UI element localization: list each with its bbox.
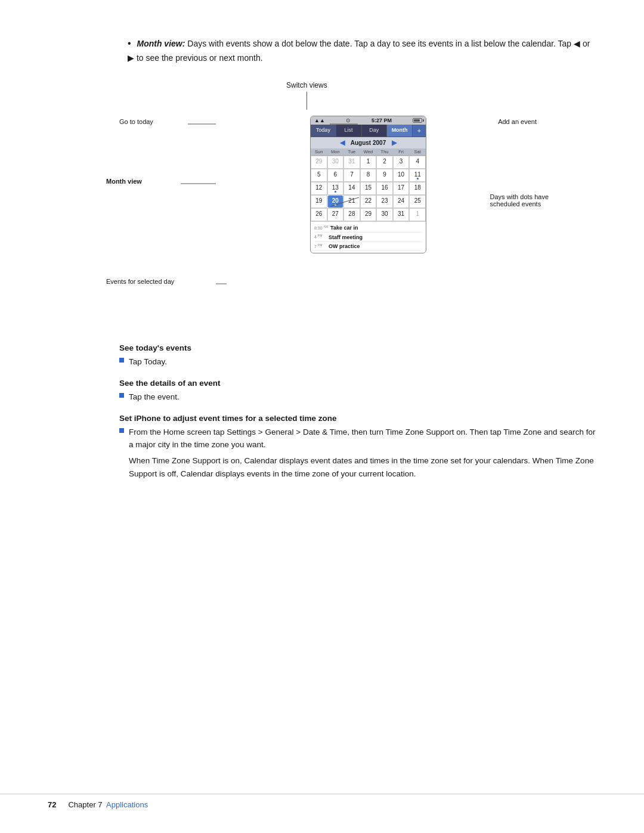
switch-views-label: Switch views — [286, 81, 327, 89]
body-text-timezone: When Time Zone Support is on, Calendar d… — [129, 454, 596, 480]
cal-cell[interactable]: 13 — [327, 182, 344, 195]
dow-mon: Mon — [327, 148, 344, 155]
event-row-1: 8:30 AM Take car in — [314, 224, 422, 233]
cal-cell[interactable]: 22 — [360, 195, 377, 208]
next-month-button[interactable]: ▶ — [392, 139, 397, 147]
cal-cell[interactable]: 7 — [343, 169, 360, 182]
cal-cell[interactable]: 30 — [376, 208, 393, 221]
event-time-3: 7 PM — [314, 243, 326, 249]
chapter-name: Applications — [106, 800, 148, 809]
tab-list[interactable]: List — [336, 125, 362, 137]
section-heading-1: See today's events — [119, 343, 596, 352]
intro-bullet-label: Month view: — [137, 39, 185, 48]
bullet-icon-2 — [119, 393, 124, 398]
cal-cell[interactable]: 27 — [327, 208, 344, 221]
days-dots-label: Days with dots have scheduled events — [490, 193, 549, 208]
tab-month[interactable]: Month — [387, 125, 413, 137]
month-view-label: Month view — [106, 178, 142, 185]
dow-wed: Wed — [360, 148, 377, 155]
cal-cell[interactable]: 5 — [311, 169, 327, 182]
page-footer: 72 Chapter 7 Applications — [0, 794, 644, 809]
days-of-week: Sun Mon Tue Wed Thu Fri Sat — [311, 148, 426, 156]
event-time-2: 4 PM — [314, 234, 326, 239]
cal-cell[interactable]: 3 — [393, 156, 410, 169]
bullet-icon-3 — [119, 428, 124, 433]
section-set-timezone: Set iPhone to adjust event times for a s… — [119, 414, 596, 480]
cal-cell[interactable]: 11 — [409, 169, 426, 182]
bullet-icon-1 — [119, 358, 124, 363]
section-see-details: See the details of an event Tap the even… — [119, 379, 596, 403]
event-row-2: 4 PM Staff meeting — [314, 233, 422, 241]
cal-cell[interactable]: 9 — [376, 169, 393, 182]
cal-cell[interactable]: 28 — [343, 208, 360, 221]
cal-cell[interactable]: 17 — [393, 182, 410, 195]
cal-cell[interactable]: 25 — [409, 195, 426, 208]
event-time-1: 8:30 AM — [314, 225, 328, 230]
cal-cell[interactable]: 2 — [376, 156, 393, 169]
bullet-item-1: Tap Today. — [119, 356, 596, 368]
intro-block: • Month view: Days with events show a do… — [119, 36, 596, 64]
signal-icon: ▲▲ — [314, 117, 325, 123]
cal-cell[interactable]: 14 — [343, 182, 360, 195]
page: • Month view: Days with events show a do… — [0, 0, 644, 833]
page-number: 72 — [48, 800, 56, 809]
events-list: 8:30 AM Take car in 4 PM Staff meeting 7… — [311, 221, 426, 253]
tab-day[interactable]: Day — [362, 125, 388, 137]
cal-cell[interactable]: 24 — [393, 195, 410, 208]
intro-paragraph: • Month view: Days with events show a do… — [119, 36, 596, 64]
cal-cell[interactable]: 4 — [409, 156, 426, 169]
tab-today[interactable]: Today — [311, 125, 336, 137]
bullet-item-3: From the Home screen tap Settings > Gene… — [119, 426, 596, 451]
section-heading-3: Set iPhone to adjust event times for a s… — [119, 414, 596, 423]
cal-cell[interactable]: 29 — [360, 208, 377, 221]
chapter-label: Chapter 7 Applications — [68, 800, 148, 809]
calendar-week-4: 19 20 21 22 23 24 25 — [311, 195, 426, 208]
cal-cell[interactable]: 16 — [376, 182, 393, 195]
add-event-label: Add an event — [498, 118, 537, 125]
section-heading-2: See the details of an event — [119, 379, 596, 388]
add-event-button[interactable]: + — [413, 125, 426, 137]
status-bar: ▲▲ ⊙ 5:27 PM — [311, 116, 426, 125]
prev-month-button[interactable]: ◀ — [340, 139, 345, 147]
intro-text: Days with events show a dot below the da… — [128, 39, 590, 63]
wifi-icon: ⊙ — [346, 117, 351, 123]
bullet-text-2: Tap the event. — [129, 391, 179, 403]
bullet-text-3: From the Home screen tap Settings > Gene… — [129, 426, 596, 451]
cal-cell[interactable]: 1 — [360, 156, 377, 169]
event-name-1: Take car in — [330, 225, 358, 231]
bullet-text-1: Tap Today. — [129, 356, 167, 368]
bullet-item-2: Tap the event. — [119, 391, 596, 403]
dow-tue: Tue — [343, 148, 360, 155]
cal-cell[interactable]: 31 — [393, 208, 410, 221]
calendar-week-3: 12 13 14 15 16 17 18 — [311, 182, 426, 195]
cal-cell[interactable]: 23 — [376, 195, 393, 208]
phone-mockup: ▲▲ ⊙ 5:27 PM Today List Day Month + ◀ Au… — [310, 116, 426, 253]
cal-cell[interactable]: 19 — [311, 195, 327, 208]
dow-fri: Fri — [393, 148, 410, 155]
calendar-week-1: 29 30 31 1 2 3 4 — [311, 156, 426, 169]
cal-cell[interactable]: 26 — [311, 208, 327, 221]
status-time: 5:27 PM — [371, 117, 392, 123]
section-see-today: See today's events Tap Today. — [119, 343, 596, 368]
month-title: August 2007 — [351, 140, 386, 146]
event-row-3: 7 PM OW practice — [314, 242, 422, 251]
dow-thu: Thu — [376, 148, 393, 155]
cal-cell[interactable]: 8 — [360, 169, 377, 182]
cal-cell-today[interactable]: 20 — [327, 195, 344, 208]
cal-cell[interactable]: 29 — [311, 156, 327, 169]
tab-bar: Today List Day Month + — [311, 125, 426, 137]
cal-cell[interactable]: 31 — [343, 156, 360, 169]
cal-cell[interactable]: 1 — [409, 208, 426, 221]
cal-cell[interactable]: 6 — [327, 169, 344, 182]
cal-cell[interactable]: 30 — [327, 156, 344, 169]
cal-cell[interactable]: 18 — [409, 182, 426, 195]
event-name-3: OW practice — [329, 243, 360, 249]
event-name-2: Staff meeting — [329, 234, 363, 240]
diagram-wrapper: Switch views ▲▲ ⊙ 5:27 PM Today List Day… — [101, 81, 555, 332]
events-selected-label: Events for selected day — [106, 278, 174, 285]
cal-cell[interactable]: 21 — [343, 195, 360, 208]
month-header: ◀ August 2007 ▶ — [311, 137, 426, 148]
cal-cell[interactable]: 12 — [311, 182, 327, 195]
cal-cell[interactable]: 15 — [360, 182, 377, 195]
cal-cell[interactable]: 10 — [393, 169, 410, 182]
